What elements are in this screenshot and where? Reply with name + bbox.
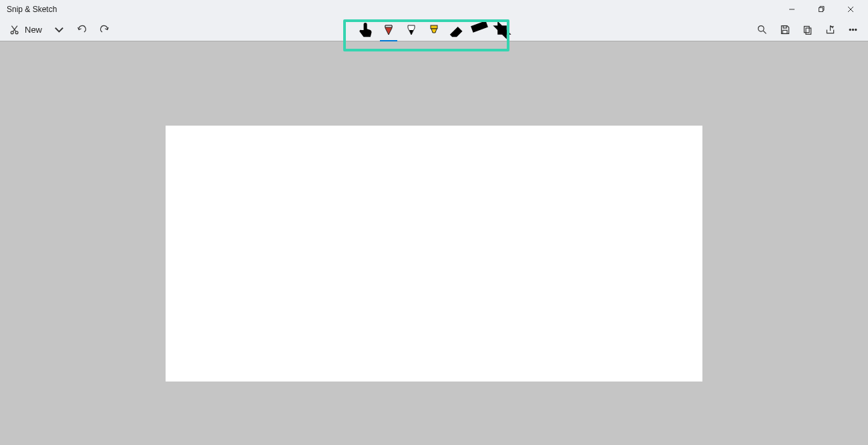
ballpoint-pen-icon	[383, 24, 394, 36]
toolbar: New	[0, 19, 868, 41]
ruler-icon	[468, 19, 491, 41]
zoom-button[interactable]	[750, 20, 773, 40]
share-button[interactable]	[819, 20, 841, 40]
eraser-button[interactable]	[445, 20, 468, 40]
eraser-icon	[445, 19, 468, 41]
chevron-down-icon	[53, 24, 65, 35]
svg-line-15	[763, 31, 766, 33]
svg-rect-17	[783, 30, 787, 33]
highlighter-icon	[429, 24, 439, 36]
more-button[interactable]	[841, 20, 864, 40]
titlebar: Snip & Sketch	[0, 0, 868, 19]
minimize-button[interactable]	[779, 3, 805, 16]
minimize-icon	[789, 6, 795, 13]
new-dropdown[interactable]	[47, 20, 70, 40]
svg-rect-16	[783, 26, 786, 28]
undo-icon	[76, 24, 87, 35]
snip-icon	[9, 24, 21, 35]
copy-icon	[802, 24, 813, 35]
svg-point-4	[11, 31, 13, 34]
toolbar-right	[750, 20, 864, 40]
svg-rect-18	[804, 26, 809, 32]
zoom-icon	[756, 24, 768, 35]
redo-button[interactable]	[93, 20, 116, 40]
close-button[interactable]	[837, 3, 864, 16]
canvas-area	[0, 41, 868, 445]
window-controls	[779, 3, 864, 16]
svg-rect-8	[431, 25, 437, 29]
copy-button[interactable]	[796, 20, 819, 40]
svg-point-20	[849, 29, 851, 30]
svg-point-21	[852, 29, 853, 30]
ballpoint-pen-button[interactable]	[377, 20, 400, 40]
share-icon	[825, 24, 836, 35]
save-icon	[779, 24, 791, 35]
touch-writing-button[interactable]	[355, 20, 377, 40]
svg-rect-19	[805, 28, 811, 34]
svg-point-22	[855, 29, 856, 30]
maximize-icon	[818, 6, 825, 13]
highlighter-button[interactable]	[423, 20, 445, 40]
svg-point-5	[15, 31, 18, 34]
toolbar-center	[355, 20, 513, 40]
close-icon	[847, 6, 854, 13]
svg-rect-10	[471, 21, 488, 33]
save-button[interactable]	[773, 20, 796, 40]
crop-button[interactable]	[491, 20, 513, 40]
ruler-button[interactable]	[468, 20, 491, 40]
new-button[interactable]: New	[4, 20, 47, 40]
crop-icon	[491, 19, 513, 41]
canvas[interactable]	[166, 126, 702, 382]
more-icon	[847, 24, 859, 35]
new-label: New	[25, 25, 42, 35]
toolbar-left: New	[4, 20, 116, 40]
svg-rect-1	[819, 8, 823, 12]
pencil-button[interactable]	[400, 20, 423, 40]
maximize-button[interactable]	[808, 3, 835, 16]
svg-point-14	[758, 26, 764, 32]
redo-icon	[99, 24, 110, 35]
touch-icon	[355, 19, 377, 41]
pencil-icon	[406, 24, 417, 36]
app-title: Snip & Sketch	[7, 5, 57, 14]
undo-button[interactable]	[70, 20, 93, 40]
